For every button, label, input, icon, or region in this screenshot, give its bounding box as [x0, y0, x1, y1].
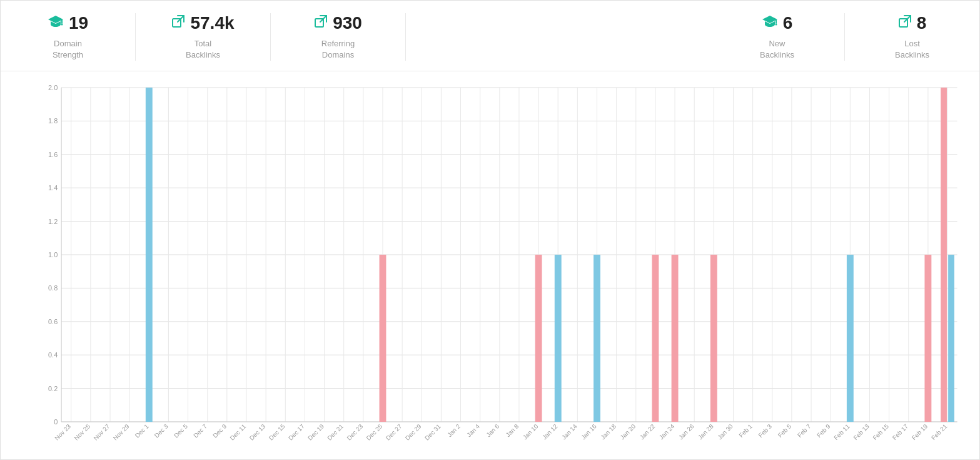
- svg-text:Feb 9: Feb 9: [816, 423, 832, 439]
- svg-text:Feb 11: Feb 11: [832, 423, 851, 442]
- referring-domains-value: 930: [333, 13, 362, 33]
- svg-text:0: 0: [54, 418, 58, 426]
- svg-text:Jan 10: Jan 10: [522, 423, 540, 441]
- stats-row: 19 DomainStrength 57.4k TotalBacklinks: [1, 1, 979, 71]
- svg-text:Nov 27: Nov 27: [92, 423, 111, 442]
- svg-point-5: [775, 24, 777, 26]
- svg-text:Dec 19: Dec 19: [306, 423, 325, 442]
- svg-text:Jan 26: Jan 26: [677, 423, 695, 441]
- svg-text:2.0: 2.0: [48, 84, 58, 91]
- chart-inner: 00.20.40.60.81.01.21.41.61.82.0Nov 23Nov…: [32, 81, 967, 453]
- svg-text:Jan 22: Jan 22: [639, 423, 657, 441]
- svg-text:Jan 6: Jan 6: [485, 423, 500, 439]
- svg-text:1.0: 1.0: [48, 251, 58, 258]
- svg-text:Nov 29: Nov 29: [112, 423, 131, 442]
- svg-rect-132: [924, 255, 931, 422]
- svg-text:0.8: 0.8: [48, 285, 58, 292]
- svg-text:1.4: 1.4: [48, 184, 58, 192]
- stat-domain-strength: 19 DomainStrength: [1, 13, 136, 61]
- svg-text:Dec 29: Dec 29: [404, 423, 423, 442]
- svg-text:Feb 13: Feb 13: [852, 423, 871, 442]
- chart-area: 00.20.40.60.81.01.21.41.61.82.0Nov 23Nov…: [1, 71, 979, 459]
- svg-rect-0: [61, 19, 63, 24]
- svg-text:Dec 21: Dec 21: [326, 423, 345, 442]
- main-container: 19 DomainStrength 57.4k TotalBacklinks: [0, 0, 980, 460]
- svg-text:Dec 27: Dec 27: [385, 423, 403, 442]
- external-link-icon-3: [898, 14, 912, 32]
- svg-text:Jan 30: Jan 30: [716, 423, 734, 441]
- svg-rect-4: [775, 19, 777, 24]
- svg-rect-124: [380, 255, 386, 422]
- svg-rect-125: [535, 255, 542, 422]
- svg-text:Feb 17: Feb 17: [891, 423, 910, 442]
- new-backlinks-label: NewBacklinks: [760, 38, 794, 61]
- svg-rect-130: [710, 255, 717, 422]
- new-backlinks-value: 6: [783, 13, 793, 33]
- svg-text:Jan 12: Jan 12: [541, 423, 559, 441]
- svg-text:1.2: 1.2: [48, 218, 58, 225]
- svg-text:Feb 7: Feb 7: [796, 423, 812, 439]
- svg-text:Feb 1: Feb 1: [737, 423, 754, 439]
- svg-text:Dec 1: Dec 1: [134, 423, 150, 439]
- svg-text:Dec 3: Dec 3: [153, 423, 169, 439]
- stat-lost-backlinks: 8 LostBacklinks: [845, 13, 979, 61]
- svg-text:Feb 15: Feb 15: [871, 423, 890, 442]
- svg-rect-123: [146, 88, 153, 422]
- graduation-cap-icon: [48, 14, 64, 32]
- domain-strength-label: DomainStrength: [53, 38, 83, 61]
- svg-text:Dec 31: Dec 31: [423, 423, 442, 442]
- stat-referring-domains: 930 ReferringDomains: [271, 13, 406, 61]
- svg-text:Jan 24: Jan 24: [658, 423, 676, 441]
- svg-rect-127: [594, 255, 600, 422]
- svg-text:Feb 21: Feb 21: [930, 423, 949, 442]
- svg-text:Jan 16: Jan 16: [580, 423, 598, 441]
- bar-chart: 00.20.40.60.81.01.21.41.61.82.0Nov 23Nov…: [32, 81, 967, 453]
- svg-rect-134: [948, 255, 954, 422]
- svg-text:Dec 5: Dec 5: [173, 423, 189, 439]
- domain-strength-value: 19: [69, 13, 88, 33]
- external-link-icon-1: [171, 14, 185, 32]
- svg-rect-133: [941, 88, 947, 422]
- svg-rect-128: [652, 255, 659, 422]
- lost-backlinks-label: LostBacklinks: [895, 38, 929, 61]
- svg-text:Dec 13: Dec 13: [248, 423, 267, 442]
- svg-rect-129: [672, 255, 679, 422]
- svg-text:1.6: 1.6: [48, 151, 58, 158]
- stat-new-backlinks: 6 NewBacklinks: [710, 13, 845, 61]
- svg-text:Dec 7: Dec 7: [192, 423, 208, 439]
- svg-text:Jan 14: Jan 14: [560, 423, 578, 441]
- svg-text:Feb 5: Feb 5: [777, 423, 793, 439]
- svg-rect-131: [847, 255, 854, 422]
- svg-text:Feb 19: Feb 19: [911, 423, 929, 442]
- svg-text:Dec 23: Dec 23: [345, 423, 364, 442]
- svg-text:0.6: 0.6: [48, 318, 58, 325]
- svg-text:Dec 15: Dec 15: [268, 423, 286, 442]
- total-backlinks-value: 57.4k: [190, 13, 234, 33]
- svg-text:Jan 4: Jan 4: [465, 423, 481, 439]
- svg-text:Jan 20: Jan 20: [619, 423, 637, 441]
- stat-total-backlinks: 57.4k TotalBacklinks: [136, 13, 271, 61]
- svg-text:Jan 18: Jan 18: [599, 423, 617, 441]
- svg-text:Feb 3: Feb 3: [757, 423, 773, 439]
- svg-text:0.4: 0.4: [48, 352, 58, 359]
- svg-text:Dec 11: Dec 11: [228, 423, 247, 442]
- lost-backlinks-value: 8: [917, 13, 927, 33]
- total-backlinks-label: TotalBacklinks: [186, 38, 220, 61]
- svg-text:Nov 25: Nov 25: [73, 423, 91, 442]
- graduation-cap-icon-2: [762, 14, 778, 32]
- svg-text:Dec 25: Dec 25: [365, 423, 383, 442]
- svg-text:1.8: 1.8: [48, 118, 58, 125]
- svg-point-1: [61, 24, 63, 26]
- svg-text:0.2: 0.2: [48, 385, 58, 392]
- svg-text:Dec 9: Dec 9: [211, 423, 228, 439]
- svg-rect-126: [555, 255, 562, 422]
- svg-text:Dec 17: Dec 17: [287, 423, 306, 442]
- svg-text:Jan 2: Jan 2: [446, 423, 462, 439]
- svg-text:Jan 8: Jan 8: [504, 423, 520, 439]
- svg-text:Jan 28: Jan 28: [697, 423, 715, 441]
- external-link-icon-2: [314, 14, 328, 32]
- referring-domains-label: ReferringDomains: [321, 38, 355, 61]
